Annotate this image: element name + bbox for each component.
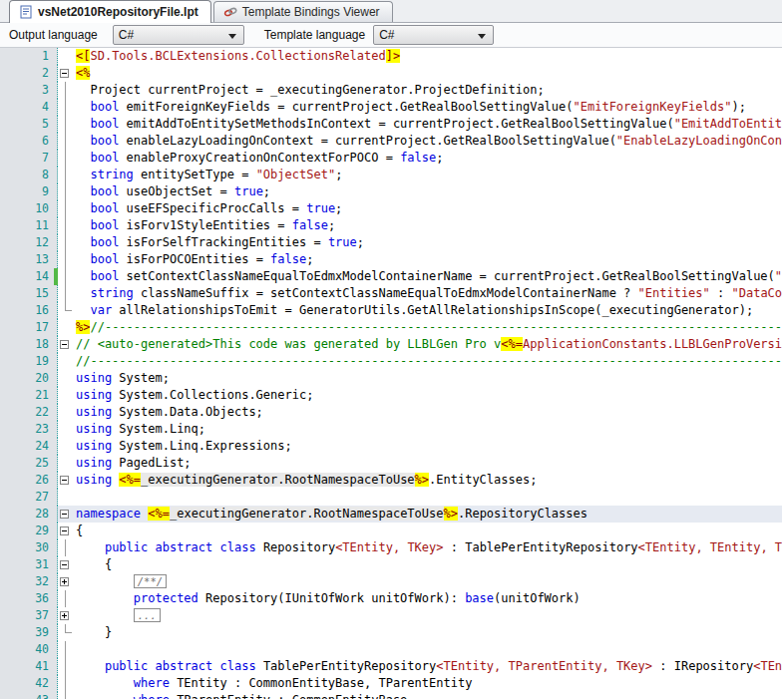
line-number[interactable]: 39 [0, 624, 58, 641]
code-text[interactable]: } [74, 624, 782, 641]
line-number[interactable]: 4 [0, 99, 58, 116]
fold-margin[interactable] [58, 573, 74, 590]
line-number[interactable]: 21 [0, 387, 58, 404]
code-text[interactable]: bool isForPOCOEntities = false; [74, 251, 782, 268]
line-number[interactable]: 20 [0, 370, 58, 387]
fold-margin[interactable] [58, 523, 74, 539]
code-text[interactable]: protected Repository(IUnitOfWork unitOfW… [74, 590, 782, 607]
line-number[interactable]: 14 [0, 268, 58, 285]
line-number[interactable]: 7 [0, 150, 58, 167]
code-text[interactable]: using System.Linq.Expressions; [74, 438, 782, 455]
line-number[interactable]: 1 [0, 48, 58, 65]
line-number[interactable]: 8 [0, 167, 58, 183]
line-number[interactable]: 42 [0, 675, 58, 692]
code-text[interactable]: string entitySetType = "ObjectSet"; [74, 167, 782, 183]
code-text[interactable]: Project currentProject = _executingGener… [74, 82, 782, 99]
line-number[interactable]: 30 [0, 539, 58, 556]
line-number[interactable]: 16 [0, 302, 58, 319]
code-text[interactable]: where TParentEntity : CommonEntityBase [74, 692, 782, 699]
code-text[interactable]: ... [74, 607, 782, 624]
line-number[interactable]: 32 [0, 573, 58, 590]
code-text[interactable]: using <%=_executingGenerator.RootNamespa… [74, 472, 782, 489]
line-number[interactable]: 43 [0, 692, 58, 699]
code-text[interactable]: %>//------------------------------------… [74, 319, 782, 336]
fold-collapse-icon[interactable] [60, 69, 69, 78]
line-number[interactable]: 29 [0, 523, 58, 539]
line-number[interactable]: 9 [0, 183, 58, 200]
code-text[interactable]: bool enableProxyCreationOnContextForPOCO… [74, 150, 782, 167]
line-number[interactable]: 22 [0, 404, 58, 421]
code-text[interactable] [74, 489, 782, 506]
code-text[interactable]: using PagedList; [74, 455, 782, 472]
code-text[interactable]: using System.Linq; [74, 421, 782, 438]
fold-margin[interactable] [58, 472, 74, 489]
line-number[interactable]: 6 [0, 133, 58, 150]
line-number[interactable]: 27 [0, 489, 58, 506]
line-number[interactable]: 26 [0, 472, 58, 489]
line-number[interactable]: 15 [0, 285, 58, 302]
line-number[interactable]: 13 [0, 251, 58, 268]
line-number[interactable]: 3 [0, 82, 58, 99]
collapsed-region-box[interactable]: /**/ [134, 574, 167, 588]
output-language-select[interactable]: C# [113, 25, 244, 45]
line-number[interactable]: 12 [0, 234, 58, 251]
fold-expand-icon[interactable] [60, 611, 69, 620]
fold-margin[interactable] [58, 336, 74, 353]
code-text[interactable]: { [74, 523, 782, 539]
code-text[interactable]: <[SD.Tools.BCLExtensions.CollectionsRela… [74, 48, 782, 65]
fold-collapse-icon[interactable] [60, 526, 69, 535]
code-text[interactable]: namespace <%=_executingGenerator.RootNam… [74, 506, 782, 523]
code-text[interactable] [74, 641, 782, 658]
code-editor[interactable]: 1<[SD.Tools.BCLExtensions.CollectionsRel… [0, 48, 782, 699]
template-language-select[interactable]: C# [373, 25, 494, 45]
code-text[interactable]: var allRelationshipsToEmit = GeneratorUt… [74, 302, 782, 319]
code-text[interactable]: using System.Data.Objects; [74, 404, 782, 421]
fold-collapse-icon[interactable] [60, 510, 69, 519]
code-text[interactable]: where TEntity : CommonEntityBase, TParen… [74, 675, 782, 692]
code-text[interactable]: bool emitAddToEntitySetMethodsInContext … [74, 116, 782, 133]
line-number[interactable]: 17 [0, 319, 58, 336]
code-text[interactable]: bool isForSelfTrackingEntities = true; [74, 234, 782, 251]
tab-bindings-viewer[interactable]: Template Bindings Viewer [213, 1, 393, 22]
fold-margin[interactable] [58, 65, 74, 82]
code-text[interactable]: bool enableLazyLoadingOnContext = curren… [74, 133, 782, 150]
code-text[interactable]: <% [74, 65, 782, 82]
line-number[interactable]: 25 [0, 455, 58, 472]
code-text[interactable]: using System.Collections.Generic; [74, 387, 782, 404]
code-text[interactable]: bool useObjectSet = true; [74, 183, 782, 200]
code-text[interactable]: using System; [74, 370, 782, 387]
fold-collapse-icon[interactable] [60, 340, 69, 349]
fold-expand-icon[interactable] [60, 577, 69, 586]
line-number[interactable]: 40 [0, 641, 58, 658]
line-number[interactable]: 36 [0, 590, 58, 607]
line-number[interactable]: 28 [0, 506, 58, 523]
code-text[interactable]: // <auto-generated>This code was generat… [74, 336, 782, 353]
fold-margin[interactable] [58, 506, 74, 523]
fold-margin[interactable] [58, 556, 74, 573]
line-number[interactable]: 24 [0, 438, 58, 455]
fold-collapse-icon[interactable] [60, 560, 69, 569]
fold-collapse-icon[interactable] [60, 476, 69, 485]
code-text[interactable]: public abstract class Repository<TEntity… [74, 539, 782, 556]
code-text[interactable]: { [74, 556, 782, 573]
line-number[interactable]: 19 [0, 353, 58, 370]
line-number[interactable]: 11 [0, 217, 58, 234]
line-number[interactable]: 31 [0, 556, 58, 573]
line-number[interactable]: 10 [0, 200, 58, 217]
line-number[interactable]: 41 [0, 658, 58, 675]
code-text[interactable]: string classNameSuffix = setContextClass… [74, 285, 782, 302]
collapsed-region-box[interactable]: ... [134, 608, 161, 622]
line-number[interactable]: 23 [0, 421, 58, 438]
code-text[interactable]: /**/ [74, 573, 782, 590]
line-number[interactable]: 5 [0, 116, 58, 133]
line-number[interactable]: 37 [0, 607, 58, 624]
code-text[interactable]: bool useEFSpecificProcCalls = true; [74, 200, 782, 217]
line-number[interactable]: 18 [0, 336, 58, 353]
code-text[interactable]: bool emitForeignKeyFields = currentProje… [74, 99, 782, 116]
fold-margin[interactable] [58, 607, 74, 624]
code-text[interactable]: bool setContextClassNameEqualToEdmxModel… [74, 268, 782, 285]
code-text[interactable]: public abstract class TablePerEntityRepo… [74, 658, 782, 675]
line-number[interactable]: 2 [0, 65, 58, 82]
code-text[interactable]: //--------------------------------------… [74, 353, 782, 370]
tab-template-file[interactable]: vsNet2010RepositoryFile.lpt [9, 0, 211, 23]
